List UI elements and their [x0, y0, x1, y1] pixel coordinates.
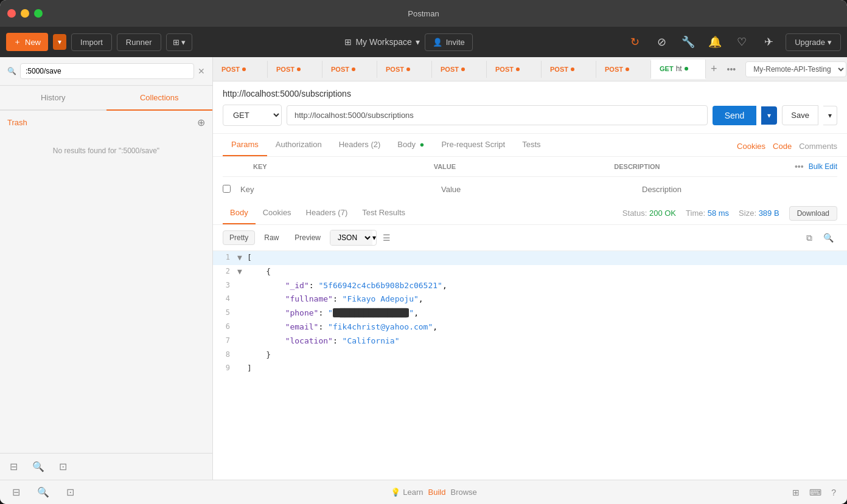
send-dropdown-button[interactable]: ▾ — [761, 106, 777, 125]
workspace-selector[interactable]: ⊞ My Workspace ▾ — [344, 37, 419, 47]
tab-8[interactable]: POST — [596, 61, 651, 78]
help-button[interactable]: ? — [828, 485, 840, 500]
key-input[interactable] — [235, 182, 436, 197]
upgrade-button[interactable]: Upgrade ▾ — [786, 33, 841, 51]
sidebar-toggle-button[interactable]: ⊟ — [7, 484, 25, 500]
heart-button[interactable]: ♡ — [732, 32, 751, 52]
tab-5[interactable]: POST — [432, 61, 487, 78]
tab-headers[interactable]: Headers (2) — [330, 134, 389, 156]
resp-tab-cookies[interactable]: Cookies — [256, 202, 299, 224]
wrap-lines-button[interactable]: ☰ — [379, 230, 394, 245]
share-button[interactable]: ✈ — [759, 32, 778, 52]
collapse-arrow-2[interactable]: ▼ — [237, 266, 247, 278]
tab-body[interactable]: Body ● — [389, 134, 433, 156]
params-checkbox[interactable] — [223, 185, 231, 193]
tab-6[interactable]: POST — [487, 61, 542, 78]
more-tabs-button[interactable]: ••• — [722, 64, 741, 74]
runner-button[interactable]: Runner — [117, 33, 161, 51]
collapse-arrow-1[interactable]: ▼ — [237, 252, 247, 264]
format-select[interactable]: JSON — [330, 230, 372, 245]
tab-2[interactable]: POST — [268, 61, 322, 78]
tab-9-dot — [685, 67, 688, 71]
description-input[interactable] — [636, 182, 837, 197]
bulk-edit-button[interactable]: Bulk Edit — [809, 162, 837, 171]
format-preview-button[interactable]: Preview — [288, 230, 327, 245]
tab-1[interactable]: POST — [213, 61, 268, 78]
search-input[interactable] — [20, 63, 194, 79]
tabs-bar: POST POST POST POST POST — [213, 57, 847, 81]
save-dropdown-button[interactable]: ▾ — [823, 106, 837, 125]
value-input[interactable] — [436, 182, 636, 197]
request-url-title: http://localhost:5000/subscriptions — [223, 89, 837, 98]
code-link[interactable]: Code — [773, 142, 792, 151]
interceptor-button[interactable]: ⊘ — [652, 32, 671, 52]
notifications-button[interactable]: 🔔 — [705, 32, 725, 52]
download-button[interactable]: Download — [789, 206, 837, 221]
minimize-button[interactable] — [21, 9, 29, 18]
resp-tab-test-results[interactable]: Test Results — [355, 202, 413, 224]
sidebar-tabs: History Collections — [0, 86, 212, 111]
tab-tests[interactable]: Tests — [514, 134, 549, 156]
sidebar-console-button[interactable]: ⊡ — [54, 458, 72, 475]
sync-button[interactable]: ↻ — [625, 32, 644, 52]
new-tab-button[interactable]: + — [706, 63, 722, 75]
tab-3[interactable]: POST — [322, 61, 377, 78]
format-right: ⧉ 🔍 — [803, 230, 837, 246]
tab-5-dot — [461, 67, 465, 71]
resp-tab-body[interactable]: Body — [223, 202, 256, 224]
format-pretty-button[interactable]: Pretty — [223, 230, 255, 245]
tab-pre-request[interactable]: Pre-request Script — [433, 134, 514, 156]
params-more-button[interactable]: ••• — [795, 162, 804, 171]
app-window: Postman ＋ New ▾ Import Runner ⊞ ▾ ⊞ My W… — [0, 0, 847, 504]
comments-link[interactable]: Comments — [799, 142, 837, 151]
cookies-link[interactable]: Cookies — [737, 142, 765, 151]
body-dot: ● — [420, 140, 425, 149]
json-line-8: 8 } — [213, 348, 847, 362]
json-line-6: 6 "email": "fik4christ@yahoo.com", — [213, 320, 847, 334]
bottom-center: 💡 Learn Build Browse — [86, 488, 781, 497]
request-tab-right: Cookies Code Comments — [737, 134, 837, 156]
learn-button[interactable]: 💡 Learn — [391, 488, 423, 497]
settings-button[interactable]: 🔧 — [678, 32, 698, 52]
environment-select[interactable]: My-Remote-API-Testing — [745, 61, 846, 77]
tab-authorization[interactable]: Authorization — [267, 134, 330, 156]
bottom-search-button[interactable]: 🔍 — [32, 484, 54, 500]
more-tools-button[interactable]: ⊞ ▾ — [166, 33, 193, 51]
close-button[interactable] — [7, 9, 16, 18]
keyboard-button[interactable]: ⌨ — [806, 485, 825, 500]
params-header: KEY VALUE DESCRIPTION ••• Bulk Edit — [223, 157, 837, 177]
bottom-console-button[interactable]: ⊡ — [61, 484, 79, 500]
grid-icon: ⊞ ▾ — [173, 38, 186, 47]
trash-label[interactable]: Trash — [7, 118, 27, 127]
search-response-button[interactable]: 🔍 — [820, 230, 837, 246]
import-button[interactable]: Import — [71, 33, 112, 51]
sidebar-search-button[interactable]: 🔍 — [27, 458, 49, 475]
format-raw-button[interactable]: Raw — [257, 230, 285, 245]
tab-params[interactable]: Params — [223, 134, 267, 156]
resp-tab-headers[interactable]: Headers (7) — [299, 202, 355, 224]
save-button[interactable]: Save — [782, 105, 818, 125]
new-button[interactable]: ＋ New — [6, 33, 48, 51]
add-collection-button[interactable]: ⊕ — [197, 117, 205, 128]
maximize-button[interactable] — [34, 9, 43, 18]
tab-9-active[interactable]: GET ht — [651, 60, 706, 79]
build-button[interactable]: Build — [428, 488, 446, 497]
sidebar-layout-button[interactable]: ⊟ — [5, 458, 23, 475]
url-input[interactable] — [287, 105, 708, 125]
plus-icon: ＋ — [13, 36, 21, 47]
layout-button[interactable]: ⊞ — [789, 485, 803, 500]
toolbar-right: ↻ ⊘ 🔧 🔔 ♡ ✈ Upgrade ▾ — [625, 32, 841, 52]
new-dropdown-button[interactable]: ▾ — [53, 34, 66, 50]
format-chevron-icon: ▾ — [372, 233, 376, 242]
tab-7[interactable]: POST — [542, 61, 596, 78]
tab-4[interactable]: POST — [377, 61, 432, 78]
search-close-button[interactable]: ✕ — [198, 66, 205, 76]
copy-response-button[interactable]: ⧉ — [803, 230, 816, 246]
traffic-lights — [7, 9, 43, 18]
collections-tab[interactable]: Collections — [106, 86, 213, 111]
browse-button[interactable]: Browse — [451, 488, 477, 497]
history-tab[interactable]: History — [0, 86, 106, 111]
invite-button[interactable]: 👤 Invite — [425, 33, 473, 51]
method-select[interactable]: GET POST PUT DELETE — [223, 105, 282, 126]
send-button[interactable]: Send — [713, 106, 757, 125]
